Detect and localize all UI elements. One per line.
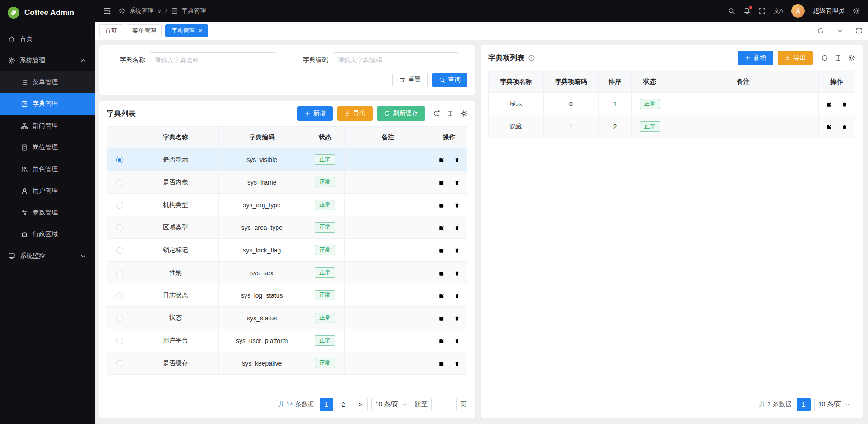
fullscreen-button[interactable] xyxy=(759,7,766,14)
table-row[interactable]: 隐藏 1 2 正常 xyxy=(489,115,855,138)
edit-icon[interactable] xyxy=(439,225,445,231)
edit-icon[interactable] xyxy=(826,101,832,108)
page-button-1[interactable]: 1 xyxy=(320,398,333,411)
delete-icon[interactable] xyxy=(454,315,460,322)
jump-page-input[interactable] xyxy=(431,398,457,411)
table-refresh-button[interactable] xyxy=(821,54,828,62)
table-row[interactable]: 用户平台 sys_user_platform 正常 xyxy=(107,329,467,352)
sidebar-item-role-mgmt[interactable]: 角色管理 xyxy=(0,158,95,180)
page-button-1[interactable]: 1 xyxy=(797,398,811,411)
table-density-button[interactable] xyxy=(447,110,454,117)
tab-home[interactable]: 首页 xyxy=(99,24,123,37)
delete-icon[interactable] xyxy=(454,225,460,231)
delete-icon[interactable] xyxy=(454,202,460,209)
row-radio[interactable] xyxy=(116,338,123,344)
table-settings-button[interactable] xyxy=(848,54,855,62)
next-page-button[interactable]: > xyxy=(354,398,368,411)
delete-icon[interactable] xyxy=(454,248,460,254)
breadcrumb-level1[interactable]: 系统管理 xyxy=(129,7,154,15)
delete-icon[interactable] xyxy=(454,293,460,299)
tab-dict-mgmt[interactable]: 字典管理 × xyxy=(165,24,208,37)
sidebar-item-dict-mgmt[interactable]: 字典管理 xyxy=(0,93,95,115)
row-radio[interactable] xyxy=(116,224,123,231)
avatar[interactable] xyxy=(791,4,805,18)
delete-icon[interactable] xyxy=(454,157,460,163)
page-size-select[interactable]: 10 条/页 xyxy=(371,398,411,411)
language-switch-button[interactable]: 文A xyxy=(774,7,783,15)
table-row[interactable]: 是否内嵌 sys_frame 正常 xyxy=(107,171,467,194)
delete-icon[interactable] xyxy=(454,361,460,367)
sidebar-group-monitor[interactable]: 系统监控 xyxy=(0,245,95,267)
edit-icon[interactable] xyxy=(439,293,445,299)
table-refresh-button[interactable] xyxy=(433,110,440,117)
info-icon[interactable] xyxy=(528,54,535,62)
app-logo[interactable]: Coffee Admin xyxy=(0,0,95,25)
tab-refresh-button[interactable] xyxy=(811,22,830,40)
notifications-button[interactable] xyxy=(743,7,750,14)
sidebar-item-menu-mgmt[interactable]: 菜单管理 xyxy=(0,71,95,93)
table-row[interactable]: 锁定标记 sys_lock_flag 正常 xyxy=(107,239,467,262)
search-button[interactable] xyxy=(728,7,735,14)
sidebar-group-system[interactable]: 系统管理 xyxy=(0,50,95,71)
dict-code-input[interactable] xyxy=(333,52,459,67)
row-radio[interactable] xyxy=(116,157,123,163)
row-radio[interactable] xyxy=(116,360,123,367)
sidebar-item-region-mgmt[interactable]: 行政区域 xyxy=(0,224,95,245)
row-radio[interactable] xyxy=(116,315,123,322)
export-dict-item-button[interactable]: 导出 xyxy=(778,51,813,65)
edit-icon[interactable] xyxy=(439,338,445,344)
edit-icon[interactable] xyxy=(439,361,445,367)
row-radio[interactable] xyxy=(116,247,123,254)
query-button[interactable]: 查询 xyxy=(432,73,467,87)
breadcrumb-level2[interactable]: 字典管理 xyxy=(182,7,206,15)
delete-icon[interactable] xyxy=(454,338,460,344)
refresh-cache-button[interactable]: 刷新缓存 xyxy=(377,106,425,121)
table-row[interactable]: 是否显示 sys_visible 正常 xyxy=(107,148,467,171)
edit-icon[interactable] xyxy=(439,180,445,186)
edit-icon[interactable] xyxy=(439,202,445,209)
content-fullscreen-button[interactable] xyxy=(849,22,868,40)
expand-icon xyxy=(855,27,863,34)
table-row[interactable]: 是否缓存 sys_keepalive 正常 xyxy=(107,352,467,375)
row-radio[interactable] xyxy=(116,179,123,186)
delete-icon[interactable] xyxy=(454,270,460,276)
sidebar-collapse-button[interactable] xyxy=(103,7,111,15)
add-dict-item-button[interactable]: 新增 xyxy=(738,51,773,65)
edit-icon[interactable] xyxy=(439,315,445,322)
edit-pencil-icon xyxy=(439,157,445,163)
edit-icon[interactable] xyxy=(826,124,832,130)
table-row[interactable]: 日志状态 sys_log_status 正常 xyxy=(107,284,467,307)
row-radio[interactable] xyxy=(116,292,123,299)
sidebar-item-user-mgmt[interactable]: 用户管理 xyxy=(0,180,95,202)
tab-menu-mgmt[interactable]: 菜单管理 xyxy=(127,24,162,37)
edit-icon[interactable] xyxy=(439,248,445,254)
delete-icon[interactable] xyxy=(841,101,848,108)
table-row[interactable]: 显示 0 1 正常 xyxy=(489,93,855,115)
page-button-2[interactable]: 2 xyxy=(337,398,350,411)
table-row[interactable]: 机构类型 sys_org_type 正常 xyxy=(107,194,467,216)
delete-icon[interactable] xyxy=(454,180,460,186)
table-row[interactable]: 区域类型 sys_area_type 正常 xyxy=(107,216,467,239)
table-row[interactable]: 状态 sys_status 正常 xyxy=(107,307,467,329)
table-settings-button[interactable] xyxy=(460,110,467,117)
sidebar-item-home[interactable]: 首页 xyxy=(0,28,95,50)
reset-button[interactable]: 重置 xyxy=(392,73,428,87)
table-row[interactable]: 性别 sys_sex 正常 xyxy=(107,262,467,284)
tab-close-icon[interactable]: × xyxy=(198,28,202,34)
sidebar-item-param-mgmt[interactable]: 参数管理 xyxy=(0,202,95,224)
delete-icon[interactable] xyxy=(841,124,848,130)
sidebar-item-dept-mgmt[interactable]: 部门管理 xyxy=(0,115,95,137)
dict-name-input[interactable] xyxy=(150,52,276,67)
row-radio[interactable] xyxy=(116,202,123,209)
settings-button[interactable] xyxy=(853,7,860,14)
sidebar-item-post-mgmt[interactable]: 岗位管理 xyxy=(0,137,95,158)
page-size-select[interactable]: 10 条/页 xyxy=(814,398,854,411)
export-dict-button[interactable]: 导出 xyxy=(337,106,373,121)
edit-icon[interactable] xyxy=(439,157,445,163)
tab-actions-dropdown[interactable] xyxy=(830,22,849,40)
row-radio[interactable] xyxy=(116,270,123,276)
edit-icon[interactable] xyxy=(439,270,445,276)
user-name[interactable]: 超级管理员 xyxy=(813,7,844,15)
add-dict-button[interactable]: 新增 xyxy=(297,106,333,121)
table-density-button[interactable] xyxy=(835,54,842,62)
